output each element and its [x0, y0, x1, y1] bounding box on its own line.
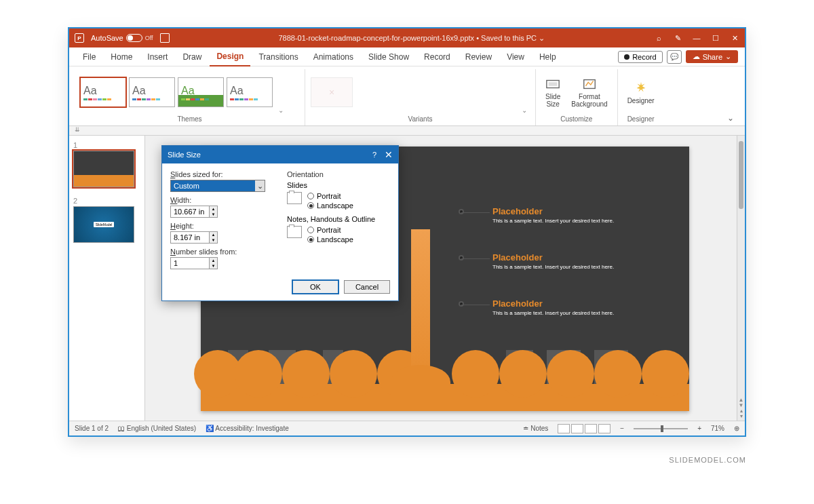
ribbon-content: Aa Aa Aa Aa ⌄ Themes ⌄ Variants Slide Si…: [69, 66, 745, 126]
theme-option[interactable]: Aa: [227, 77, 273, 107]
language-status[interactable]: 🕮 English (United States): [118, 425, 196, 432]
sorter-view-button[interactable]: [571, 424, 583, 433]
placeholder-block[interactable]: Placeholder This is a sample text. Inser…: [492, 252, 614, 271]
app-icon: P: [75, 33, 84, 43]
placeholder-text: This is a sample text. Insert your desir…: [492, 218, 614, 225]
notes-landscape-radio[interactable]: Landscape: [307, 235, 353, 244]
slides-landscape-radio[interactable]: Landscape: [307, 201, 353, 210]
cancel-button[interactable]: Cancel: [344, 280, 390, 294]
tab-design[interactable]: Design: [210, 47, 250, 66]
svg-rect-1: [549, 82, 558, 86]
slide-thumbnails-panel: 1 2 SlideModel: [69, 136, 145, 421]
dialog-help-button[interactable]: ?: [372, 151, 376, 159]
variant-option[interactable]: [311, 77, 353, 107]
page-icon: [287, 192, 302, 204]
slide-counter[interactable]: Slide 1 of 2: [75, 425, 109, 432]
watermark: SLIDEMODEL.COM: [68, 456, 746, 464]
autosave-toggle[interactable]: AutoSave Off: [91, 34, 153, 42]
minimize-button[interactable]: —: [692, 34, 701, 42]
zoom-in-button[interactable]: +: [697, 425, 701, 432]
share-label: Share: [703, 53, 722, 61]
tab-animations[interactable]: Animations: [307, 48, 360, 66]
format-background-button[interactable]: Format Background: [567, 75, 611, 109]
slide-size-label: Slide Size: [545, 93, 560, 108]
reading-view-button[interactable]: [585, 424, 597, 433]
slide-thumbnail-1[interactable]: [73, 151, 134, 187]
accessibility-status[interactable]: ♿ Accessibility: Investigate: [206, 425, 289, 432]
save-icon[interactable]: [160, 33, 170, 43]
tab-review[interactable]: Review: [459, 48, 499, 66]
scroll-arrows[interactable]: ▲▼▴▾: [737, 398, 745, 419]
dialog-close-button[interactable]: ✕: [385, 149, 393, 160]
fit-to-window-button[interactable]: ⊕: [734, 425, 739, 432]
slideshow-view-button[interactable]: [598, 424, 610, 433]
record-label: Record: [632, 53, 656, 61]
theme-option[interactable]: Aa: [129, 77, 175, 107]
width-label: Width:: [170, 196, 273, 204]
slide-canvas-area[interactable]: This is a sample text. Insert your desir…: [145, 136, 745, 421]
theme-option[interactable]: Aa: [178, 77, 224, 107]
search-icon[interactable]: ⌕: [654, 34, 663, 42]
scroll-thumb[interactable]: [739, 141, 743, 209]
notes-portrait-radio[interactable]: Portrait: [307, 226, 353, 234]
rocket-trail-art: [411, 229, 430, 385]
tab-draw[interactable]: Draw: [176, 48, 208, 66]
placeholder-title: Placeholder: [492, 206, 614, 216]
tab-record[interactable]: Record: [417, 48, 457, 66]
tab-view[interactable]: View: [500, 48, 531, 66]
zoom-out-button[interactable]: −: [620, 425, 624, 432]
placeholder-block[interactable]: Placeholder This is a sample text. Inser…: [492, 298, 614, 317]
notes-orientation-label: Notes, Handouts & Outline: [287, 215, 390, 223]
workspace: 1 2 SlideModel: [69, 136, 745, 421]
share-button[interactable]: ☁ Share ⌄: [686, 50, 738, 63]
placeholder-title: Placeholder: [492, 252, 614, 263]
dialog-titlebar[interactable]: Slide Size ? ✕: [162, 146, 398, 163]
tab-slideshow[interactable]: Slide Show: [362, 48, 416, 66]
sized-for-label: Slides sized for:: [170, 170, 273, 178]
zoom-percent[interactable]: 71%: [711, 425, 724, 432]
tab-transitions[interactable]: Transitions: [252, 48, 305, 66]
sized-for-dropdown[interactable]: Custom ⌄: [170, 180, 265, 192]
ok-button[interactable]: OK: [292, 280, 338, 294]
ribbon-group-themes: Aa Aa Aa Aa ⌄ Themes: [75, 69, 305, 125]
group-label-designer: Designer: [623, 114, 659, 124]
spinner-buttons[interactable]: ▲▼: [209, 232, 217, 243]
record-button[interactable]: Record: [618, 51, 662, 63]
themes-more-button[interactable]: ⌄: [275, 106, 286, 114]
tab-file[interactable]: File: [76, 48, 102, 66]
spinner-buttons[interactable]: ▲▼: [209, 206, 217, 217]
sized-for-value: Custom: [174, 182, 199, 190]
placeholder-block[interactable]: Placeholder This is a sample text. Inser…: [492, 206, 614, 225]
height-value: 8.167 in: [174, 233, 200, 241]
notes-button[interactable]: ≐ Notes: [523, 425, 548, 432]
group-label-variants: Variants: [311, 114, 530, 124]
zoom-slider[interactable]: [634, 428, 688, 429]
titlebar: P AutoSave Off 7888-01-rocket-roadmap-co…: [69, 28, 745, 47]
theme-option[interactable]: Aa: [80, 77, 126, 107]
tab-help[interactable]: Help: [532, 48, 563, 66]
tab-home[interactable]: Home: [104, 48, 139, 66]
designer-button[interactable]: Designer: [623, 79, 659, 106]
close-button[interactable]: ✕: [730, 34, 739, 43]
spinner-buttons[interactable]: ▲▼: [209, 258, 217, 269]
slide-size-icon: [545, 77, 560, 92]
slides-portrait-radio[interactable]: Portrait: [307, 192, 353, 200]
autosave-state: Off: [145, 35, 153, 41]
variants-more-button[interactable]: ⌄: [519, 106, 530, 114]
number-from-value: 1: [174, 259, 178, 267]
tab-insert[interactable]: Insert: [140, 48, 174, 66]
number-from-input[interactable]: 1 ▲▼: [170, 257, 218, 269]
slidemodel-logo: SlideModel: [94, 222, 115, 227]
slide-size-button[interactable]: Slide Size: [541, 75, 564, 109]
account-icon[interactable]: ✎: [673, 34, 682, 43]
width-input[interactable]: 10.667 in ▲▼: [170, 206, 218, 218]
vertical-scrollbar[interactable]: ▲▼▴▾: [737, 136, 745, 421]
qat-dropdown[interactable]: ⇊: [69, 126, 745, 136]
slide-thumbnail-2[interactable]: SlideModel: [73, 206, 134, 243]
maximize-button[interactable]: ☐: [711, 34, 720, 43]
normal-view-button[interactable]: [558, 424, 570, 433]
ribbon-collapse-button[interactable]: ⌄: [722, 111, 739, 125]
comments-button[interactable]: 💬: [667, 50, 682, 64]
statusbar: Slide 1 of 2 🕮 English (United States) ♿…: [69, 421, 745, 435]
height-input[interactable]: 8.167 in ▲▼: [170, 231, 218, 244]
